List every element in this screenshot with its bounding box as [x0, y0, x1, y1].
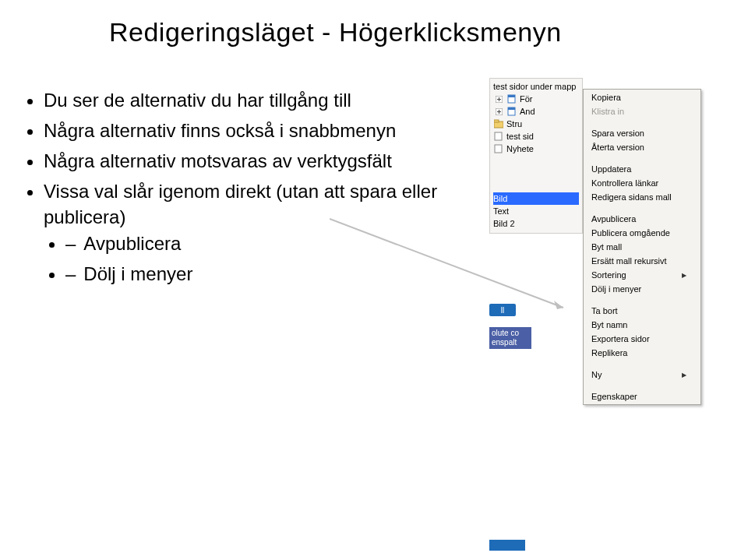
page-icon [506, 94, 517, 104]
menu-label: Ersätt mall rekursivt [591, 256, 667, 266]
menu-edit-template[interactable]: Redigera sidans mall [584, 190, 700, 204]
menu-new[interactable]: Ny▶ [584, 368, 700, 382]
tree-row[interactable]: Bild 2 [493, 217, 579, 230]
footer-fragment [489, 540, 525, 551]
page-tree-panel: test sidor under mapp För And Stru test … [489, 78, 583, 234]
menu-change-template[interactable]: Byt mall [584, 240, 700, 254]
bullet-item: Du ser de alternativ du har tillgång til… [44, 87, 474, 113]
tree-label: test sidor under mapp [493, 82, 576, 91]
bullet-text: Vissa val slår igenom direkt (utan att s… [44, 181, 437, 227]
svg-rect-13 [494, 120, 499, 122]
menu-label: Ta bort [591, 306, 618, 315]
badge-text: ll [501, 306, 504, 315]
tree-label: Text [493, 206, 509, 216]
sub-bullet-item: Dölj i menyer [65, 261, 474, 287]
tree-row[interactable]: För [493, 93, 579, 105]
menu-export-pages[interactable]: Exportera sidor [584, 332, 700, 346]
bullet-item: Några alternativ finns också i snabbmeny… [44, 118, 474, 143]
sub-bullet-list: Avpublicera Dölj i menyer [44, 231, 474, 287]
tree-label: test sid [506, 132, 534, 141]
slide-title: Redigeringsläget - Högerklicksmenyn [109, 17, 562, 48]
menu-revert-version[interactable]: Återta version [584, 140, 700, 154]
tree-label: Bild 2 [493, 219, 515, 228]
chevron-right-icon: ▶ [682, 272, 686, 279]
sub-bullet-item: Avpublicera [65, 231, 474, 256]
plus-icon [493, 107, 504, 116]
menu-label: Replikera [591, 348, 627, 357]
menu-save-version[interactable]: Spara version [584, 126, 700, 140]
tree-label: And [520, 107, 535, 116]
tree-label: Bild [493, 194, 507, 203]
menu-refresh[interactable]: Uppdatera [584, 162, 700, 176]
plus-icon [493, 94, 504, 104]
menu-hide-in-menus[interactable]: Dölj i menyer [584, 282, 700, 296]
svg-rect-14 [495, 132, 502, 140]
menu-label: Byt mall [591, 242, 622, 252]
menu-paste[interactable]: Klistra in [584, 104, 700, 118]
menu-rename[interactable]: Byt namn [584, 318, 700, 332]
fragment-text: enspalt [492, 338, 529, 347]
context-menu[interactable]: Kopiera Klistra in Spara version Återta … [583, 89, 701, 405]
menu-publish-now[interactable]: Publicera omgående [584, 226, 700, 240]
menu-label: Redigera sidans mall [591, 192, 672, 202]
svg-rect-11 [508, 107, 515, 110]
menu-label: Byt namn [591, 320, 627, 329]
bullet-item: Vissa val slår igenom direkt (utan att s… [44, 178, 474, 286]
tree-row[interactable]: test sid [493, 130, 579, 143]
menu-replace-template[interactable]: Ersätt mall rekursivt [584, 254, 700, 268]
menu-label: Klistra in [591, 107, 624, 116]
tree-label: Nyhete [506, 144, 534, 153]
fragment-text: olute co [492, 329, 529, 338]
tree-label: Stru [506, 119, 522, 129]
menu-replicate[interactable]: Replikera [584, 346, 700, 360]
page-icon [506, 107, 517, 116]
tree-row[interactable]: Text [493, 205, 579, 217]
menu-properties[interactable]: Egenskaper [584, 389, 700, 403]
bullet-list: Du ser de alternativ du har tillgång til… [22, 87, 474, 291]
menu-label: Kontrollera länkar [591, 178, 658, 188]
ui-fragment: olute co enspalt [489, 327, 531, 349]
menu-check-links[interactable]: Kontrollera länkar [584, 176, 700, 190]
menu-label: Publicera omgående [591, 228, 670, 238]
chevron-right-icon: ▶ [682, 372, 686, 379]
page-icon [493, 132, 504, 141]
tree-row[interactable]: And [493, 105, 579, 118]
menu-label: Avpublicera [591, 214, 636, 224]
tree-row[interactable]: Stru [493, 118, 579, 130]
bullet-item: Några alternativ motsvaras av verktygsfä… [44, 148, 474, 174]
menu-label: Ny [591, 370, 602, 379]
menu-label: Egenskaper [591, 392, 637, 401]
slide-page: Redigeringsläget - Högerklicksmenyn Du s… [0, 0, 748, 560]
tree-row-selected[interactable]: Bild [493, 192, 579, 205]
menu-label: Exportera sidor [591, 334, 650, 343]
menu-sorting[interactable]: Sortering▶ [584, 268, 700, 282]
tree-label: För [520, 94, 533, 104]
menu-copy[interactable]: Kopiera [584, 90, 700, 104]
menu-label: Sortering [591, 270, 626, 280]
page-icon [493, 144, 504, 153]
svg-marker-1 [554, 301, 563, 309]
menu-delete[interactable]: Ta bort [584, 304, 700, 318]
svg-rect-6 [508, 95, 515, 97]
page-badge: ll [489, 304, 516, 316]
tree-row[interactable]: Nyhete [493, 143, 579, 155]
tree-row[interactable]: test sidor under mapp [493, 80, 579, 93]
menu-label: Spara version [591, 129, 644, 138]
folder-icon [493, 119, 504, 129]
menu-label: Uppdatera [591, 164, 631, 174]
menu-label: Kopiera [591, 93, 621, 102]
menu-unpublish[interactable]: Avpublicera [584, 212, 700, 226]
svg-rect-15 [495, 145, 502, 153]
menu-label: Dölj i menyer [591, 284, 641, 294]
menu-label: Återta version [591, 143, 644, 152]
